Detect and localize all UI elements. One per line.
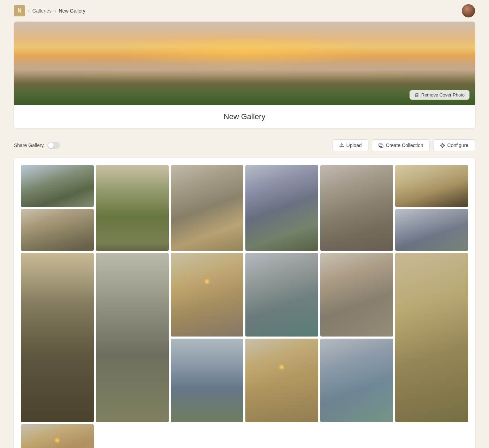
svg-rect-1 [339,146,344,147]
create-collection-button[interactable]: Create Collection [372,139,430,151]
photo-item[interactable] [21,209,94,251]
photo-item[interactable] [21,165,94,207]
photo-item[interactable] [21,424,94,448]
photo-item[interactable] [395,209,468,251]
breadcrumb-sep-2: › [54,8,56,14]
configure-button[interactable]: Configure [433,139,475,151]
photo-item[interactable] [395,253,468,422]
mist-overlay [14,55,475,83]
photo-item[interactable] [96,253,169,422]
photo-item[interactable] [245,253,318,337]
gallery-title: New Gallery [21,112,468,121]
photo-item[interactable] [395,165,468,207]
upload-icon [339,143,344,148]
collection-icon [379,143,384,148]
cover-photo [14,22,475,105]
svg-rect-3 [380,145,383,147]
configure-icon [440,143,445,148]
photo-item[interactable] [171,339,244,422]
cover-photo-area: Remove Cover Photo [14,22,475,105]
photo-item[interactable] [171,165,244,251]
photo-item[interactable] [96,165,169,251]
photo-item[interactable] [171,253,244,337]
breadcrumb-current: New Gallery [59,8,85,14]
breadcrumb-sep-1: › [28,8,30,14]
top-nav: N › Galleries › New Gallery [0,0,489,22]
share-gallery-label: Share Gallery [14,142,44,148]
photo-item[interactable] [320,339,393,422]
photo-item[interactable] [21,253,94,422]
gallery-card: Remove Cover Photo New Gallery [14,22,475,128]
avatar-image [462,4,475,17]
share-gallery-toggle[interactable] [47,142,60,149]
avatar[interactable] [462,4,475,17]
toolbar-buttons: Upload Create Collection Configure [333,139,475,151]
configure-label: Configure [447,142,468,148]
photo-item[interactable] [245,165,318,251]
photo-item[interactable] [320,165,393,251]
photo-grid-container [14,158,475,448]
photo-item[interactable] [245,339,318,422]
gallery-title-area: New Gallery [14,105,475,128]
upload-button[interactable]: Upload [333,139,368,151]
svg-rect-2 [379,144,382,146]
remove-cover-button[interactable]: Remove Cover Photo [410,90,469,100]
logo-icon[interactable]: N [14,5,25,16]
create-collection-label: Create Collection [386,142,423,148]
breadcrumb-galleries[interactable]: Galleries [32,8,52,14]
remove-icon [414,93,419,98]
photo-grid [21,165,468,448]
toolbar: Share Gallery Upload Create Collection C… [0,135,489,155]
share-gallery-control: Share Gallery [14,142,60,149]
upload-label: Upload [346,142,362,148]
remove-cover-label: Remove Cover Photo [421,92,465,98]
svg-rect-0 [415,93,419,94]
photo-item[interactable] [320,253,393,337]
nav-left: N › Galleries › New Gallery [14,5,85,16]
